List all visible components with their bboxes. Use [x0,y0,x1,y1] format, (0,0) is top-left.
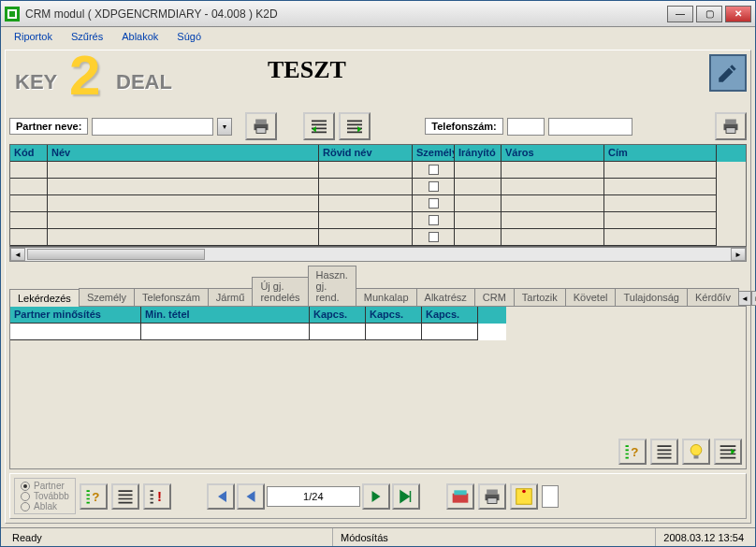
help-list-button[interactable]: ? [618,439,647,465]
grid-cell[interactable] [10,162,48,179]
subgrid-col-header[interactable]: Kapcs. [310,307,366,324]
export-right-button[interactable] [714,439,742,465]
tab-munkalap[interactable]: Munkalap [356,288,417,306]
grid-cell[interactable] [319,212,413,229]
subgrid-cell[interactable] [422,324,478,340]
edit-button[interactable] [709,54,747,92]
tab-k-vetel[interactable]: Követel [565,288,617,306]
menu-ablakok[interactable]: Ablakok [114,29,166,44]
grid-cell[interactable] [10,229,48,246]
close-button[interactable]: ✕ [725,6,751,22]
tab-haszn-gj-rend-[interactable]: Haszn. gj. rend. [308,266,356,306]
scroll-left-icon[interactable]: ◄ [10,248,25,261]
checkbox[interactable] [429,232,439,242]
grid-cell[interactable] [455,229,502,246]
footer-alert-button[interactable]: ! [143,483,171,510]
grid-cell[interactable] [10,179,48,195]
pager-first-button[interactable] [207,483,235,510]
grid-cell[interactable] [455,195,502,212]
grid-row[interactable] [10,195,746,212]
subgrid-cell[interactable] [310,324,366,340]
grid-cell[interactable] [319,162,413,179]
grid-cell[interactable] [502,195,604,212]
radio-továbbb[interactable]: Továbbb [21,491,69,501]
grid-cell[interactable] [319,179,413,195]
grid-cell[interactable] [502,212,604,229]
grid-cell[interactable] [413,195,455,212]
grid-row[interactable] [10,179,746,195]
subgrid-cell[interactable] [366,324,422,340]
grid-cell[interactable] [413,179,455,195]
grid-cell[interactable] [319,229,413,246]
tab-scroll-right[interactable]: ► [751,291,756,306]
subgrid-col-header[interactable]: Kapcs. [422,307,478,324]
grid-cell[interactable] [604,195,717,212]
list-button[interactable] [650,439,678,465]
grid-row[interactable] [10,162,746,179]
minimize-button[interactable]: — [667,6,693,22]
grid-cell[interactable] [604,229,717,246]
grid-cell[interactable] [10,195,48,212]
footer-small-input[interactable] [542,485,559,508]
grid-hscroll[interactable]: ◄ ► [9,247,747,262]
checkbox[interactable] [429,181,439,192]
checkbox[interactable] [429,198,439,209]
grid-col-header[interactable]: Név [48,145,319,162]
grid-col-header[interactable]: Cím [604,145,717,162]
grid-row[interactable] [10,229,746,246]
sort-left-button[interactable] [303,112,335,140]
scroll-thumb[interactable] [27,249,205,260]
tab-tartozik[interactable]: Tartozik [514,288,566,306]
grid-cell[interactable] [502,162,604,179]
grid-cell[interactable] [48,229,319,246]
sort-right-button[interactable] [339,112,371,140]
print-button-1[interactable] [245,112,277,140]
partner-name-input[interactable] [92,118,213,136]
checkbox[interactable] [429,165,439,175]
footer-note-button[interactable] [510,483,538,510]
subgrid-cell[interactable] [141,324,310,340]
grid-col-header[interactable]: Város [502,145,604,162]
pager-prev-button[interactable] [237,483,265,510]
grid-cell[interactable] [413,212,455,229]
tab--j-gj-rendel-s[interactable]: Új gj. rendelés [252,277,308,306]
grid-col-header[interactable]: Irányító [455,145,502,162]
radio-ablak[interactable]: Ablak [21,501,69,511]
subgrid-cell[interactable] [10,324,141,340]
tab-scroll-left[interactable]: ◄ [738,291,751,306]
grid-cell[interactable] [413,229,455,246]
tab-k-rd-v[interactable]: Kérdőív [687,288,739,306]
tab-lek-rdez-s[interactable]: Lekérdezés [9,289,80,307]
tab-tulajdons-g[interactable]: Tulajdonság [615,288,688,306]
grid-cell[interactable] [604,162,717,179]
tab-szem-ly[interactable]: Személy [79,288,135,306]
subgrid-col-header[interactable]: Min. tétel [141,307,310,324]
menu-sugo[interactable]: Súgó [169,29,209,44]
grid-cell[interactable] [604,179,717,195]
footer-folder-button[interactable] [446,483,474,510]
grid-row[interactable] [10,212,746,229]
grid-cell[interactable] [455,212,502,229]
grid-cell[interactable] [502,229,604,246]
grid-cell[interactable] [48,162,319,179]
pager-next-button[interactable] [362,483,390,510]
grid-cell[interactable] [455,179,502,195]
grid-col-header[interactable]: Személy [413,145,455,162]
grid-cell[interactable] [48,195,319,212]
grid-cell[interactable] [48,212,319,229]
grid-col-header[interactable]: Kód [10,145,48,162]
subgrid-col-header[interactable]: Kapcs. [366,307,422,324]
tab-j-rm-[interactable]: Jármű [208,288,254,306]
tab-telefonsz-m[interactable]: Telefonszám [134,288,209,306]
grid-cell[interactable] [319,195,413,212]
grid-col-header[interactable]: Rövid név [319,145,413,162]
grid-cell[interactable] [48,179,319,195]
grid-cell[interactable] [413,162,455,179]
idea-button[interactable] [682,439,710,465]
maximize-button[interactable]: ▢ [696,6,722,22]
subgrid-col-header[interactable]: Partner minősítés [10,307,141,324]
menu-riportok[interactable]: Riportok [7,29,60,44]
grid-cell[interactable] [455,162,502,179]
print-button-2[interactable] [715,112,747,140]
footer-print-button[interactable] [478,483,506,510]
